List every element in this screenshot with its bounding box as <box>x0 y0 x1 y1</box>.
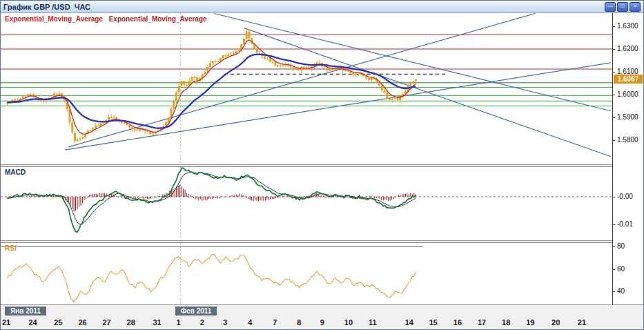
date-label: 16 <box>453 318 462 327</box>
date-label: 3 <box>223 318 227 327</box>
month-badge: Фев 2011 <box>175 307 217 316</box>
macd-chart-canvas[interactable] <box>1 167 612 240</box>
rsi-label: RSI <box>5 244 17 252</box>
chart-area: Exponential_Moving_Average Exponential_M… <box>1 13 643 330</box>
axis-tick-mark <box>613 197 615 197</box>
axis-tick-mark <box>613 140 615 141</box>
axis-tick-mark <box>613 26 615 27</box>
date-label: 24 <box>28 318 37 327</box>
date-label: 26 <box>78 318 86 327</box>
indicator-labels: Exponential_Moving_Average Exponential_M… <box>5 15 207 23</box>
macd-panel[interactable]: MACD <box>1 167 612 240</box>
month-badge: Янв 2011 <box>5 307 46 316</box>
rsi-chart-canvas[interactable] <box>1 243 612 304</box>
date-label: 21 <box>2 318 10 327</box>
date-label: 2 <box>200 318 204 327</box>
rsi-tick-label: 80 <box>617 242 625 250</box>
date-label: 17 <box>478 318 486 327</box>
date-label: 4 <box>248 318 252 327</box>
rsi-tick-label: 60 <box>617 265 625 273</box>
date-label: 11 <box>369 318 377 327</box>
price-tick-label: 1.6200 <box>617 45 638 52</box>
date-label: 10 <box>344 318 353 327</box>
macd-tick-label: -0.00 <box>617 193 633 200</box>
date-label: 31 <box>153 318 161 327</box>
minimize-button[interactable]: — <box>605 2 616 12</box>
chart-window: График GBP /USD ЧАС — □ × Exponential_Mo… <box>0 0 644 330</box>
date-label: 14 <box>405 318 413 327</box>
rsi-panel[interactable]: RSI <box>1 243 612 304</box>
price-tick-label: 1.5900 <box>617 113 638 121</box>
macd-label: MACD <box>5 168 26 176</box>
date-label: 15 <box>429 318 438 327</box>
axis-tick-mark <box>613 291 615 292</box>
date-label: 25 <box>54 318 62 327</box>
close-button[interactable]: × <box>630 2 641 12</box>
price-tick-label: 1.5800 <box>617 136 638 144</box>
window-controls: — □ × <box>605 2 641 12</box>
date-label: 9 <box>320 318 324 327</box>
axis-tick-mark <box>613 72 615 72</box>
main-price-panel[interactable]: Exponential_Moving_Average Exponential_M… <box>1 13 612 164</box>
ema-indicator-label-2: Exponential_Moving_Average <box>109 15 207 23</box>
axis-tick-mark <box>613 95 615 95</box>
date-label: 8 <box>297 318 301 327</box>
ema-indicator-label-1: Exponential_Moving_Average <box>5 15 103 23</box>
axis-tick-mark <box>613 246 615 247</box>
axis-tick-mark <box>613 117 615 118</box>
price-axis[interactable]: 1.63001.62001.61001.60001.59001.58001.60… <box>612 13 644 304</box>
titlebar[interactable]: График GBP /USD ЧАС — □ × <box>1 1 643 13</box>
time-axis[interactable]: Янв 2011Фев 2011212425262728311234789101… <box>1 304 643 330</box>
axis-tick-mark <box>613 224 615 225</box>
date-label: 20 <box>552 318 560 327</box>
current-price-badge: 1.6067 <box>614 75 643 84</box>
axis-tick-mark <box>613 269 615 270</box>
date-label: 7 <box>273 318 277 327</box>
date-label: 21 <box>578 318 586 327</box>
date-label: 18 <box>502 318 510 327</box>
date-label: 28 <box>127 318 135 327</box>
rsi-tick-label: 40 <box>617 287 625 295</box>
axis-tick-mark <box>613 49 615 50</box>
price-chart-canvas[interactable] <box>1 13 612 164</box>
window-title: График GBP /USD ЧАС <box>3 3 90 11</box>
price-tick-label: 1.6300 <box>617 22 638 30</box>
date-label: 27 <box>103 318 111 327</box>
price-tick-label: 1.6000 <box>617 90 638 98</box>
date-label: 1 <box>177 318 181 327</box>
restore-button[interactable]: □ <box>617 2 628 12</box>
macd-tick-label: -0.01 <box>617 220 633 228</box>
date-label: 19 <box>526 318 534 327</box>
